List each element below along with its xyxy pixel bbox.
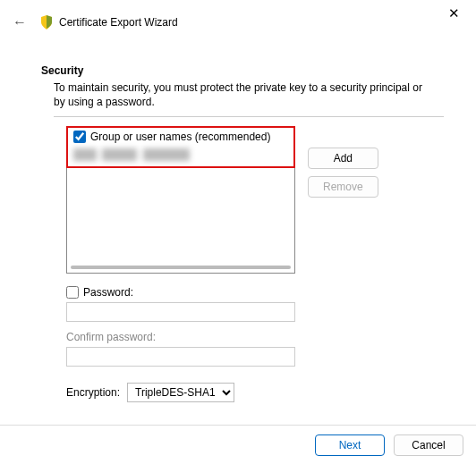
password-input[interactable] xyxy=(66,302,295,322)
remove-button[interactable]: Remove xyxy=(308,176,378,198)
group-names-checkbox-row[interactable]: Group or user names (recommended) xyxy=(73,131,288,143)
back-icon[interactable]: ← xyxy=(13,14,27,30)
group-names-listbox[interactable] xyxy=(66,168,295,274)
titlebar: ← Certificate Export Wizard xyxy=(0,0,476,36)
next-button[interactable]: Next xyxy=(315,434,385,456)
content-area: Security To maintain security, you must … xyxy=(0,36,476,402)
confirm-password-input[interactable] xyxy=(66,347,295,367)
password-checkbox[interactable] xyxy=(66,286,79,299)
confirm-password-label: Confirm password: xyxy=(66,331,444,343)
group-names-checkbox[interactable] xyxy=(73,131,86,143)
password-checkbox-row[interactable]: Password: xyxy=(66,286,444,299)
encryption-label: Encryption: xyxy=(66,386,120,399)
shield-icon xyxy=(39,15,54,30)
highlight-box: Group or user names (recommended) xyxy=(66,126,295,168)
section-description: To maintain security, you must protect t… xyxy=(54,80,435,109)
close-icon[interactable]: ✕ xyxy=(448,5,460,21)
section-heading: Security xyxy=(41,64,444,77)
group-names-label: Group or user names (recommended) xyxy=(90,131,270,143)
password-label: Password: xyxy=(83,286,133,299)
divider xyxy=(54,116,444,117)
encryption-select[interactable]: TripleDES-SHA1 xyxy=(127,383,234,402)
cancel-button[interactable]: Cancel xyxy=(394,434,463,456)
list-item[interactable] xyxy=(73,148,190,161)
window-title: Certificate Export Wizard xyxy=(59,16,178,29)
footer: Next Cancel xyxy=(0,425,476,464)
add-button[interactable]: Add xyxy=(308,148,378,169)
